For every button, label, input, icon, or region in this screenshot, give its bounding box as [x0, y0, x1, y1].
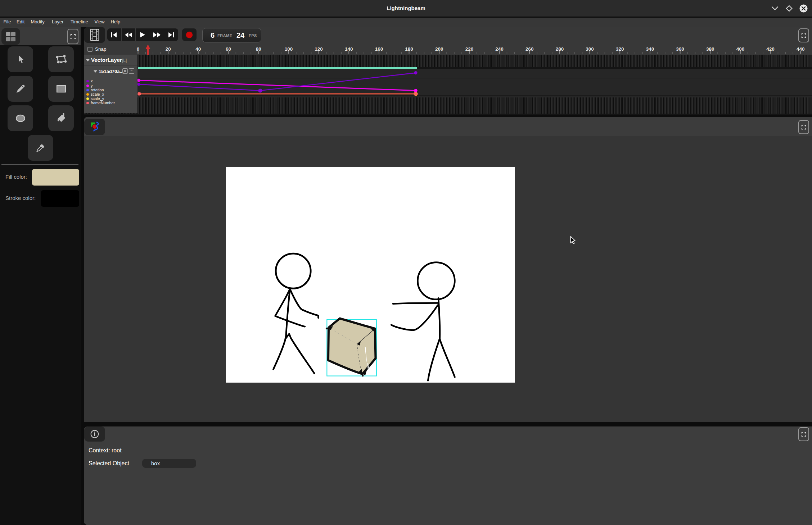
svg-text:120: 120	[315, 46, 323, 52]
svg-text:320: 320	[616, 46, 624, 52]
svg-text:140: 140	[345, 46, 353, 52]
svg-text:160: 160	[375, 46, 383, 52]
svg-text:280: 280	[556, 46, 564, 52]
svg-text:80: 80	[256, 46, 261, 52]
svg-text:60: 60	[226, 46, 231, 52]
svg-text:400: 400	[736, 46, 745, 52]
svg-text:180: 180	[405, 46, 413, 52]
svg-text:380: 380	[706, 46, 714, 52]
svg-text:20: 20	[166, 46, 171, 52]
svg-text:360: 360	[676, 46, 684, 52]
svg-text:240: 240	[495, 46, 504, 52]
svg-text:100: 100	[285, 46, 293, 52]
svg-text:440: 440	[797, 46, 805, 52]
svg-text:0: 0	[137, 46, 140, 52]
svg-text:420: 420	[766, 46, 775, 52]
svg-text:260: 260	[525, 46, 534, 52]
svg-text:340: 340	[646, 46, 654, 52]
svg-text:300: 300	[586, 46, 594, 52]
svg-text:40: 40	[195, 46, 201, 52]
svg-text:200: 200	[435, 46, 443, 52]
svg-text:220: 220	[465, 46, 474, 52]
